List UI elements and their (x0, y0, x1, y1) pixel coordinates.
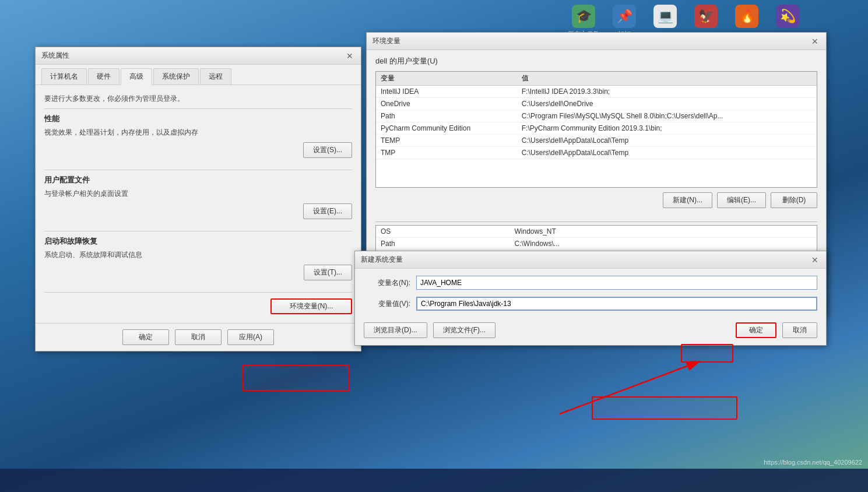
new-var-cancel-btn[interactable]: 取消 (782, 322, 817, 338)
env-vars-title: 环境变量 (372, 36, 400, 46)
sys-props-cancel-btn[interactable]: 取消 (175, 329, 222, 345)
var-value: C:\Users\dell\OneDrive (517, 98, 817, 110)
taskbar (0, 469, 868, 492)
user-vars-table-container: 变量 值 IntelliJ IDEA F:\IntelliJ IDEA 2019… (375, 71, 817, 188)
browse-dir-btn[interactable]: 浏览目录(D)... (364, 322, 427, 338)
user-vars-buttons: 新建(N)... 编辑(E)... 删除(D) (375, 188, 817, 213)
tab-computer-name[interactable]: 计算机名 (41, 68, 87, 85)
sys-props-close-btn[interactable]: ✕ (345, 51, 355, 61)
sys-props-bottom-buttons: 确定 取消 应用(A) (36, 323, 361, 351)
watermark: https://blog.csdn.net/qq_40209622 (764, 459, 862, 466)
new-var-titlebar: 新建系统变量 ✕ (355, 251, 826, 269)
profile-section: 用户配置文件 与登录帐户相关的桌面设置 设置(E)... (44, 175, 352, 219)
new-var-ok-btn[interactable]: 确定 (736, 322, 776, 338)
user-vars-tbody: IntelliJ IDEA F:\IntelliJ IDEA 2019.3.3\… (376, 86, 817, 159)
tab-advanced[interactable]: 高级 (121, 68, 152, 85)
table-row[interactable]: TMP C:\Users\dell\AppData\Local\Temp (376, 147, 817, 159)
table-row[interactable]: Path C:\Windows\... (376, 238, 817, 250)
var-name-input[interactable] (416, 276, 817, 290)
table-row[interactable]: Path C:\Program Files\MySQL\MySQL Shell … (376, 110, 817, 122)
env-vars-btn[interactable]: 环境变量(N)... (270, 298, 352, 314)
new-var-close-btn[interactable]: ✕ (810, 255, 820, 265)
env-vars-titlebar: 环境变量 ✕ (367, 33, 826, 50)
tab-remote[interactable]: 远程 (200, 68, 231, 85)
dialog-action-buttons: 浏览目录(D)... 浏览文件(F)... 确定 取消 (355, 318, 826, 345)
col-val-header: 值 (517, 72, 817, 86)
var-name-row: 变量名(N): (364, 276, 817, 290)
user-delete-btn[interactable]: 删除(D) (771, 192, 817, 208)
col-var-header: 变量 (376, 72, 517, 86)
var-name: Path (376, 238, 509, 250)
var-name: PyCharm Community Edition (376, 122, 517, 135)
tab-hardware[interactable]: 硬件 (88, 68, 120, 85)
var-val-input[interactable] (416, 297, 817, 311)
browse-file-btn[interactable]: 浏览文件(F)... (433, 322, 496, 338)
sys-props-titlebar: 系统属性 ✕ (36, 47, 361, 65)
table-row[interactable]: PyCharm Community Edition F:\PyCharm Com… (376, 122, 817, 135)
var-value: F:\PyCharm Community Edition 2019.3.1\bi… (517, 122, 817, 135)
user-new-btn[interactable]: 新建(N)... (663, 192, 712, 208)
tab-system-protection[interactable]: 系统保护 (153, 68, 199, 85)
var-value: F:\IntelliJ IDEA 2019.3.3\bin; (517, 86, 817, 98)
sys-props-ok-btn[interactable]: 确定 (122, 329, 169, 345)
var-name: OS (376, 226, 509, 238)
var-name: Path (376, 110, 517, 122)
var-value: C:\Users\dell\AppData\Local\Temp (517, 147, 817, 159)
sys-vars-table: OS Windows_NT Path C:\Windows\... (376, 226, 817, 250)
var-name: TMP (376, 147, 517, 159)
startup-section: 启动和故障恢复 系统启动、系统故障和调试信息 设置(T)... (44, 236, 352, 280)
var-name: TEMP (376, 135, 517, 147)
startup-title: 启动和故障恢复 (44, 236, 352, 247)
env-vars-close-btn[interactable]: ✕ (810, 36, 820, 47)
table-row[interactable]: OneDrive C:\Users\dell\OneDrive (376, 98, 817, 110)
new-var-title: 新建系统变量 (361, 255, 403, 265)
var-val-label: 变量值(V): (364, 299, 410, 309)
profile-desc: 与登录帐户相关的桌面设置 (44, 189, 352, 199)
var-name: IntelliJ IDEA (376, 86, 517, 98)
sys-props-content: 要进行大多数更改，你必须作为管理员登录。 性能 视觉效果，处理器计划，内存使用，… (36, 85, 361, 323)
perf-title: 性能 (44, 114, 352, 124)
startup-settings-btn[interactable]: 设置(T)... (304, 265, 352, 280)
user-edit-btn[interactable]: 编辑(E)... (717, 192, 766, 208)
sys-props-apply-btn[interactable]: 应用(A) (227, 329, 274, 345)
sys-props-tabs: 计算机名 硬件 高级 系统保护 远程 (36, 65, 361, 85)
var-name-label: 变量名(N): (364, 278, 410, 288)
perf-settings-btn[interactable]: 设置(S)... (303, 142, 352, 158)
table-row[interactable]: TEMP C:\Users\dell\AppData\Local\Temp (376, 135, 817, 147)
user-vars-section: dell 的用户变量(U) 变量 值 IntelliJ IDEA F:\Inte… (367, 50, 826, 219)
perf-desc: 视觉效果，处理器计划，内存使用，以及虚拟内存 (44, 128, 352, 138)
table-row[interactable]: IntelliJ IDEA F:\IntelliJ IDEA 2019.3.3\… (376, 86, 817, 98)
admin-note: 要进行大多数更改，你必须作为管理员登录。 (44, 94, 352, 104)
user-vars-table: 变量 值 IntelliJ IDEA F:\IntelliJ IDEA 2019… (376, 72, 817, 159)
new-var-dialog: 新建系统变量 ✕ 变量名(N): 变量值(V): 浏览目录(D)... 浏览文件… (354, 251, 827, 346)
sys-props-window: 系统属性 ✕ 计算机名 硬件 高级 系统保护 远程 要进行大多数更改，你必须作为… (35, 47, 361, 352)
perf-section: 性能 视觉效果，处理器计划，内存使用，以及虚拟内存 设置(S)... (44, 114, 352, 158)
var-value: C:\Windows\... (509, 238, 817, 250)
user-vars-title: dell 的用户变量(U) (375, 56, 817, 66)
var-value: C:\Users\dell\AppData\Local\Temp (517, 135, 817, 147)
profile-title: 用户配置文件 (44, 175, 352, 185)
var-name: OneDrive (376, 98, 517, 110)
var-value: C:\Program Files\MySQL\MySQL Shell 8.0\b… (517, 110, 817, 122)
profile-settings-btn[interactable]: 设置(E)... (303, 203, 352, 219)
startup-desc: 系统启动、系统故障和调试信息 (44, 250, 352, 260)
sys-props-title: 系统属性 (41, 51, 69, 61)
var-val-row: 变量值(V): (364, 297, 817, 311)
var-value: Windows_NT (509, 226, 817, 238)
table-row[interactable]: OS Windows_NT (376, 226, 817, 238)
